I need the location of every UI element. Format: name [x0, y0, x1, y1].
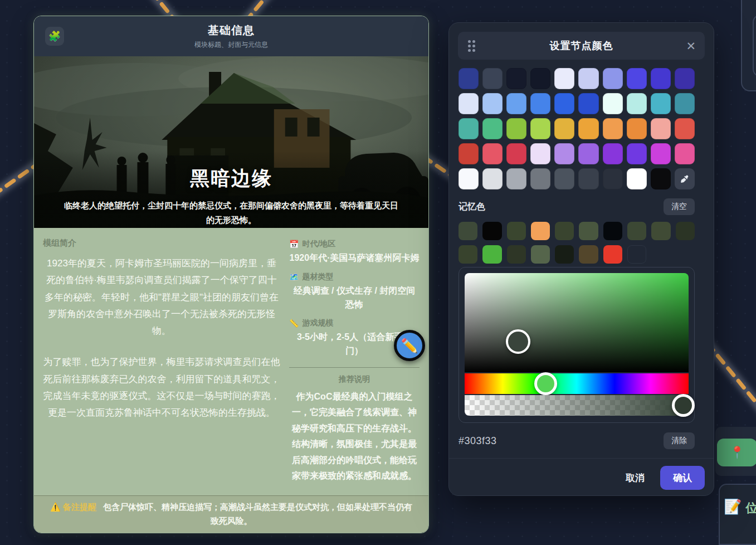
eyedropper-icon [680, 174, 689, 184]
palette-swatch[interactable] [627, 118, 647, 139]
memory-swatch[interactable] [603, 245, 622, 264]
palette-swatch[interactable] [603, 143, 623, 164]
palette-swatch[interactable] [459, 143, 479, 164]
memory-swatch[interactable] [507, 245, 526, 264]
map-icon: 🗺️ [289, 272, 299, 281]
memory-swatch[interactable] [603, 222, 622, 240]
module-basic-info-node[interactable]: 🧩 基础信息 模块标题、封面与元信息 [33, 16, 429, 533]
clear-memory-button[interactable]: 清空 [664, 198, 695, 215]
palette-swatch[interactable] [554, 118, 574, 139]
palette-swatch[interactable] [459, 68, 479, 89]
memory-swatch[interactable] [482, 222, 501, 240]
palette-swatch[interactable] [675, 68, 695, 89]
memory-empty-slot[interactable] [627, 245, 646, 264]
palette-swatch[interactable] [554, 93, 574, 114]
memo-icon: 📝 [724, 498, 742, 515]
palette-swatch[interactable] [482, 118, 503, 139]
memory-swatch[interactable] [459, 245, 477, 264]
palette-swatch[interactable] [675, 93, 695, 114]
palette-swatch[interactable] [675, 118, 695, 139]
warning-text: 包含尸体惊吓、精神压迫描写；高潮战斗虽然主要是仪式对抗，但如果处理不当仍有致死风… [103, 502, 412, 525]
palette-swatch[interactable] [603, 168, 623, 189]
palette-swatch[interactable] [627, 93, 647, 114]
meta-genre: 🗺️ 题材类型 经典调查 / 仪式生存 / 封闭空间恐怖 [289, 272, 420, 312]
memory-grid [459, 222, 695, 264]
confirm-button[interactable]: 确认 [660, 466, 705, 490]
palette-swatch[interactable] [482, 143, 503, 164]
palette-swatch[interactable] [530, 68, 550, 89]
partial-panel-topright-inner [753, 14, 756, 77]
partial-node-memo[interactable]: 📝 位 [719, 484, 756, 545]
palette-swatch[interactable] [459, 168, 479, 189]
palette-swatch[interactable] [627, 143, 647, 164]
saturation-value-area[interactable] [465, 273, 689, 372]
palette-swatch[interactable] [482, 68, 503, 89]
memory-swatch[interactable] [627, 222, 646, 240]
set-node-color-dialog: 设置节点颜色 ✕ 记忆色 清空 #303f33 清除 取消 确认 [448, 22, 714, 496]
clear-color-button[interactable]: 清除 [664, 432, 695, 449]
palette-swatch[interactable] [506, 68, 526, 89]
palette-swatch[interactable] [554, 143, 574, 164]
dialog-title: 设置节点颜色 [458, 39, 705, 52]
palette-swatch[interactable] [578, 168, 598, 189]
palette-swatch[interactable] [651, 68, 671, 89]
memory-swatch[interactable] [531, 245, 550, 264]
palette-swatch[interactable] [578, 93, 598, 114]
palette-swatch[interactable] [603, 118, 623, 139]
palette-swatch[interactable] [506, 143, 526, 164]
palette-swatch[interactable] [459, 93, 479, 114]
hue-thumb[interactable] [534, 372, 557, 395]
palette-swatch[interactable] [603, 68, 623, 89]
close-icon[interactable]: ✕ [686, 40, 696, 52]
ruler-icon: 📏 [289, 319, 299, 328]
edit-cursor-button[interactable]: ✏️ [394, 330, 425, 361]
recommendation-label: 推荐说明 [289, 374, 420, 385]
palette-swatch[interactable] [651, 168, 671, 189]
palette-swatch[interactable] [530, 118, 550, 139]
memory-swatch[interactable] [555, 222, 574, 240]
palette-swatch[interactable] [506, 118, 526, 139]
alpha-slider[interactable] [465, 395, 689, 416]
palette-swatch[interactable] [578, 143, 598, 164]
palette-swatch[interactable] [554, 168, 574, 189]
palette-swatch[interactable] [554, 68, 574, 89]
memory-swatch[interactable] [579, 222, 598, 240]
palette-swatch[interactable] [506, 168, 526, 189]
memory-swatch[interactable] [507, 222, 526, 240]
palette-swatch[interactable] [627, 68, 647, 89]
memory-swatch[interactable] [579, 245, 598, 264]
palette-swatch[interactable] [603, 93, 623, 114]
memory-swatch[interactable] [531, 222, 550, 240]
sv-cursor[interactable] [506, 329, 530, 354]
intro-paragraph-1: 1923年的夏天，阿卡姆市圣玛丽医院的一间病房里，垂死的鲁伯特·梅里韦瑟向调查员… [43, 255, 280, 339]
palette-swatch[interactable] [651, 118, 671, 139]
palette-swatch[interactable] [459, 118, 479, 139]
memory-swatch[interactable] [651, 222, 670, 240]
palette-swatch[interactable] [578, 118, 598, 139]
palette-swatch[interactable] [651, 93, 671, 114]
pin-tile-button[interactable]: 📍 [717, 439, 756, 466]
palette-swatch[interactable] [651, 143, 671, 164]
palette-swatch[interactable] [627, 168, 647, 189]
memory-swatch[interactable] [676, 222, 695, 240]
eyedropper-button[interactable] [675, 168, 695, 189]
memory-swatch[interactable] [555, 245, 574, 264]
cancel-button[interactable]: 取消 [622, 467, 648, 489]
drag-handle-icon[interactable] [468, 40, 475, 52]
palette-swatch[interactable] [530, 93, 550, 114]
palette-swatch[interactable] [482, 168, 503, 189]
palette-swatch[interactable] [530, 143, 550, 164]
intro-label: 模组简介 [43, 238, 280, 249]
palette-swatch[interactable] [506, 93, 526, 114]
palette-swatch[interactable] [675, 143, 695, 164]
alpha-thumb[interactable] [672, 394, 695, 417]
palette-swatch[interactable] [578, 68, 598, 89]
memory-swatch[interactable] [459, 222, 477, 240]
hue-slider[interactable] [465, 373, 689, 394]
dialog-divider [449, 458, 714, 459]
hex-color-value: #303f33 [459, 435, 497, 447]
recommendation-text: 作为CoC最经典的入门模组之一，它完美融合了线索调查、神秘学研究和高压下的生存战… [289, 389, 420, 484]
palette-swatch[interactable] [482, 93, 503, 114]
memory-swatch[interactable] [482, 245, 501, 264]
palette-swatch[interactable] [530, 168, 550, 189]
